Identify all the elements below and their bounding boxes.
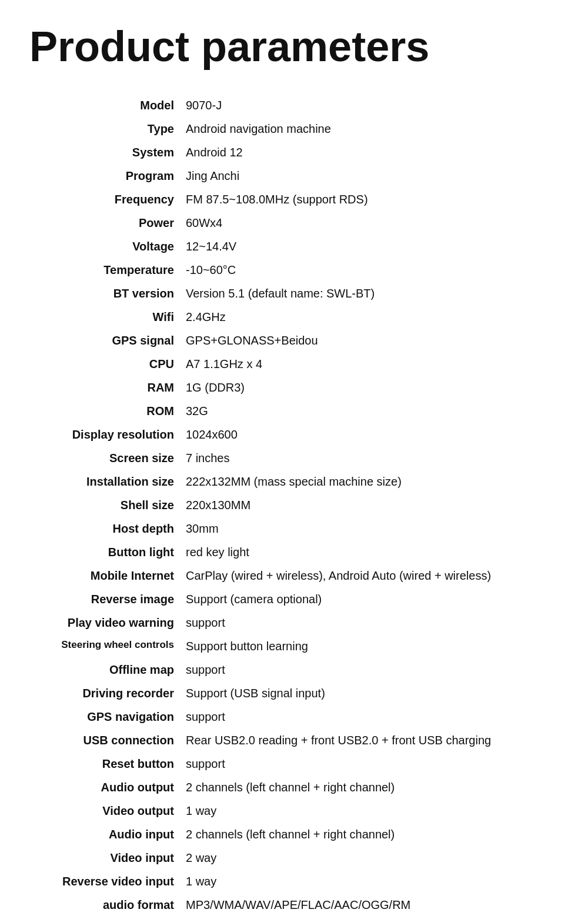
param-value: 220x130MM xyxy=(182,493,559,517)
table-row: GPS signalGPS+GLONASS+Beidou xyxy=(29,329,559,352)
param-value: CarPlay (wired + wireless), Android Auto… xyxy=(182,564,559,587)
table-row: audio formatMP3/WMA/WAV/APE/FLAC/AAC/OGG… xyxy=(29,893,559,916)
param-label: Play video warning xyxy=(29,611,182,634)
table-row: Button lightred key light xyxy=(29,540,559,564)
table-row: Model9070-J xyxy=(29,93,559,117)
page-title: Product parameters xyxy=(29,24,559,70)
table-row: Audio input2 channels (left channel + ri… xyxy=(29,823,559,846)
param-label: Reverse image xyxy=(29,587,182,611)
param-value: GPS+GLONASS+Beidou xyxy=(182,329,559,352)
param-value: 2 channels (left channel + right channel… xyxy=(182,775,559,799)
param-label: Frequency xyxy=(29,188,182,211)
param-value: 32G xyxy=(182,399,559,423)
table-row: Installation size222x132MM (mass special… xyxy=(29,470,559,493)
table-row: Steering wheel controlsSupport button le… xyxy=(29,634,559,658)
param-value: 2.4GHz xyxy=(182,305,559,329)
param-label: audio format xyxy=(29,893,182,916)
param-value: support xyxy=(182,611,559,634)
table-row: FrequencyFM 87.5~108.0MHz (support RDS) xyxy=(29,188,559,211)
param-label: Model xyxy=(29,93,182,117)
param-label: Audio input xyxy=(29,823,182,846)
param-label: Button light xyxy=(29,540,182,564)
param-value: A7 1.1GHz x 4 xyxy=(182,352,559,376)
table-row: Driving recorderSupport (USB signal inpu… xyxy=(29,681,559,705)
table-row: Video input2 way xyxy=(29,846,559,870)
param-label: Mobile Internet xyxy=(29,564,182,587)
param-label: GPS signal xyxy=(29,329,182,352)
param-label: Display resolution xyxy=(29,423,182,446)
table-row: ProgramJing Anchi xyxy=(29,164,559,188)
param-label: Screen size xyxy=(29,446,182,470)
param-value: FM 87.5~108.0MHz (support RDS) xyxy=(182,188,559,211)
param-label: ROM xyxy=(29,399,182,423)
table-row: Screen size7 inches xyxy=(29,446,559,470)
param-value: 1 way xyxy=(182,870,559,893)
param-label: Reset button xyxy=(29,752,182,775)
param-value: 60Wx4 xyxy=(182,211,559,235)
params-table: Model9070-JTypeAndroid navigation machin… xyxy=(29,93,559,916)
table-row: Offline mapsupport xyxy=(29,658,559,681)
param-label: System xyxy=(29,141,182,164)
table-row: Host depth30mm xyxy=(29,517,559,540)
param-value: Android navigation machine xyxy=(182,117,559,141)
param-label: Video output xyxy=(29,799,182,823)
table-row: Reset buttonsupport xyxy=(29,752,559,775)
param-value: 1 way xyxy=(182,799,559,823)
param-value: 222x132MM (mass special machine size) xyxy=(182,470,559,493)
table-row: RAM1G (DDR3) xyxy=(29,376,559,399)
table-row: CPUA7 1.1GHz x 4 xyxy=(29,352,559,376)
param-label: Host depth xyxy=(29,517,182,540)
param-value: support xyxy=(182,752,559,775)
param-label: Installation size xyxy=(29,470,182,493)
param-value: Support (USB signal input) xyxy=(182,681,559,705)
param-value: 7 inches xyxy=(182,446,559,470)
table-row: USB connectionRear USB2.0 reading + fron… xyxy=(29,728,559,752)
table-row: Video output1 way xyxy=(29,799,559,823)
param-label: Driving recorder xyxy=(29,681,182,705)
param-label: Steering wheel controls xyxy=(29,634,182,658)
param-value: 1024x600 xyxy=(182,423,559,446)
table-row: Wifi2.4GHz xyxy=(29,305,559,329)
param-label: Type xyxy=(29,117,182,141)
table-row: Temperature -10~60°C xyxy=(29,258,559,282)
table-row: Audio output2 channels (left channel + r… xyxy=(29,775,559,799)
param-value: 1G (DDR3) xyxy=(182,376,559,399)
param-label: Voltage xyxy=(29,235,182,258)
param-value: -10~60°C xyxy=(182,258,559,282)
table-row: Power60Wx4 xyxy=(29,211,559,235)
param-label: Video input xyxy=(29,846,182,870)
param-value: 12~14.4V xyxy=(182,235,559,258)
param-label: Shell size xyxy=(29,493,182,517)
table-row: Display resolution1024x600 xyxy=(29,423,559,446)
param-value: support xyxy=(182,705,559,728)
param-label: CPU xyxy=(29,352,182,376)
param-value: Version 5.1 (default name: SWL-BT) xyxy=(182,282,559,305)
param-value: MP3/WMA/WAV/APE/FLAC/AAC/OGG/RM xyxy=(182,893,559,916)
param-value: Support (camera optional) xyxy=(182,587,559,611)
table-row: Reverse imageSupport (camera optional) xyxy=(29,587,559,611)
param-label: Temperature xyxy=(29,258,182,282)
table-row: ROM32G xyxy=(29,399,559,423)
param-value: Rear USB2.0 reading + front USB2.0 + fro… xyxy=(182,728,559,752)
param-value: Jing Anchi xyxy=(182,164,559,188)
table-row: Mobile InternetCarPlay (wired + wireless… xyxy=(29,564,559,587)
param-value: Android 12 xyxy=(182,141,559,164)
param-value: 2 way xyxy=(182,846,559,870)
param-label: GPS navigation xyxy=(29,705,182,728)
param-value: Support button learning xyxy=(182,634,559,658)
table-row: Voltage12~14.4V xyxy=(29,235,559,258)
param-value: support xyxy=(182,658,559,681)
param-value: red key light xyxy=(182,540,559,564)
table-row: Play video warningsupport xyxy=(29,611,559,634)
param-label: Audio output xyxy=(29,775,182,799)
param-value: 2 channels (left channel + right channel… xyxy=(182,823,559,846)
param-label: Offline map xyxy=(29,658,182,681)
table-row: SystemAndroid 12 xyxy=(29,141,559,164)
param-label: Reverse video input xyxy=(29,870,182,893)
param-label: BT version xyxy=(29,282,182,305)
table-row: TypeAndroid navigation machine xyxy=(29,117,559,141)
table-row: BT versionVersion 5.1 (default name: SWL… xyxy=(29,282,559,305)
param-label: Program xyxy=(29,164,182,188)
param-label: Wifi xyxy=(29,305,182,329)
table-row: Shell size220x130MM xyxy=(29,493,559,517)
